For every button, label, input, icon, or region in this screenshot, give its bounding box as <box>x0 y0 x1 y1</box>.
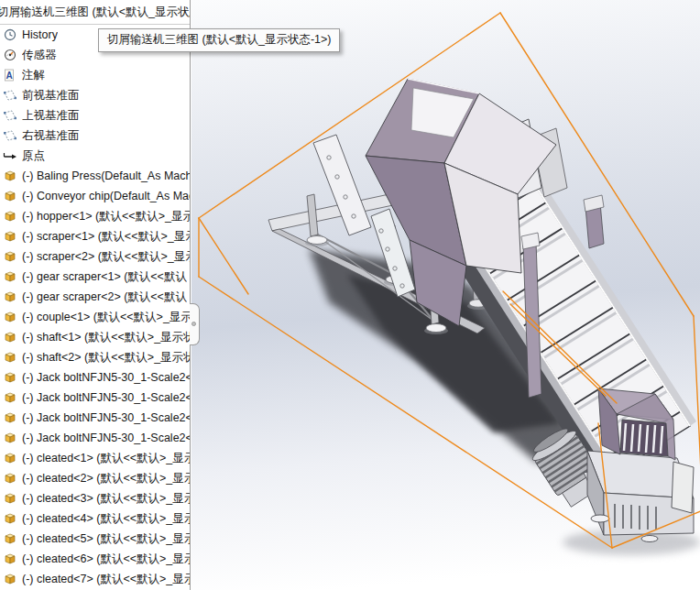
part-icon <box>3 531 17 546</box>
part-icon <box>3 330 17 344</box>
tree-item[interactable]: (-) scraper<2> (默认<<默认>_显示 <box>0 246 190 267</box>
conveyor-assembly-render <box>191 0 700 590</box>
part-icon <box>3 269 17 284</box>
panel-splitter-handle[interactable] <box>190 303 200 345</box>
part-icon <box>3 189 17 203</box>
tree-item-label: (-) Baling Press(Default_As Machi <box>22 169 190 182</box>
tree-root-item[interactable]: 切屑输送机三维图 (默认<默认_显示状态 <box>0 0 190 25</box>
tooltip: 切屑输送机三维图 (默认<默认_显示状态-1>) <box>98 28 340 52</box>
tree-item-label: (-) cleated<6> (默认<<默认>_显示 <box>22 552 190 567</box>
tree-item[interactable]: 前视基准面 <box>0 85 190 105</box>
part-icon <box>3 390 17 405</box>
svg-text:A: A <box>6 71 13 81</box>
plane-icon <box>3 88 17 103</box>
tree-item-label: (-) shaft<1> (默认<<默认>_显示状 <box>22 330 190 345</box>
tree-item[interactable]: (-) Jack boltNFJN5-30_1-Scale2< <box>0 388 190 408</box>
part-icon <box>3 471 17 486</box>
tree-item-label: (-) Jack boltNFJN5-30_1-Scale2< <box>22 411 190 424</box>
tree-item[interactable]: (-) cleated<4> (默认<<默认>_显示 <box>0 508 190 529</box>
tree-item-label: 前视基准面 <box>22 88 80 104</box>
tree-item-label: (-) couple<1> (默认<<默认>_显示 <box>22 310 190 325</box>
tree-item-label: (-) hopper<1> (默认<<默认>_显示 <box>22 209 190 224</box>
plane-icon <box>3 108 17 123</box>
tree-item[interactable]: 右视基准面 <box>0 126 190 146</box>
origin-icon <box>3 148 17 163</box>
tree-item-label: 右视基准面 <box>22 128 80 144</box>
part-icon <box>3 310 17 324</box>
tree-item-label: (-) cleated<3> (默认<<默认>_显示 <box>22 491 190 507</box>
annotation-icon: A <box>3 68 17 82</box>
part-icon <box>3 552 17 566</box>
tree-item-label: (-) scraper<1> (默认<<默认>_显示 <box>22 229 190 245</box>
part-icon <box>3 572 17 586</box>
tree-item[interactable]: (-) hopper<1> (默认<<默认>_显示 <box>0 206 190 226</box>
tree-item-label: (-) gear scraper<2> (默认<<默认 <box>22 290 187 305</box>
tree-item[interactable]: 上视基准面 <box>0 105 190 126</box>
part-icon <box>3 410 17 425</box>
tree-item[interactable]: (-) scraper<1> (默认<<默认>_显示 <box>0 226 190 246</box>
plane-icon <box>3 128 17 143</box>
tree-item-label: 注解 <box>22 68 45 83</box>
tree-item-label: (-) gear scraper<1> (默认<<默认 <box>22 269 187 285</box>
tree-item-label: (-) cleated<5> (默认<<默认>_显示 <box>22 531 190 547</box>
tree-item[interactable]: (-) Baling Press(Default_As Machi <box>0 166 190 186</box>
tree-item-label: (-) cleated<2> (默认<<默认>_显示 <box>22 471 190 486</box>
tree-item-label: (-) Jack boltNFJN5-30_1-Scale2< <box>22 371 190 384</box>
tree-item[interactable]: (-) Conveyor chip(Default_As Mac <box>0 186 190 206</box>
part-icon <box>3 209 17 224</box>
tree-item-label: History <box>22 28 58 41</box>
sensor-icon <box>3 48 17 62</box>
solidworks-window: 切屑输送机三维图 (默认<默认_显示状态 History传感器A注解前视基准面上… <box>0 0 700 590</box>
tree-item[interactable]: (-) cleated<3> (默认<<默认>_显示 <box>0 488 190 508</box>
tree-item-label: (-) Conveyor chip(Default_As Mac <box>22 190 190 202</box>
part-icon <box>3 350 17 365</box>
feature-tree-panel[interactable]: 切屑输送机三维图 (默认<默认_显示状态 History传感器A注解前视基准面上… <box>0 0 191 590</box>
tree-item[interactable]: (-) shaft<1> (默认<<默认>_显示状 <box>0 327 190 347</box>
tree-item-label: (-) Jack boltNFJN5-30_1-Scale2< <box>22 432 190 444</box>
tree-item[interactable]: (-) gear scraper<1> (默认<<默认 <box>0 267 190 287</box>
tree-item[interactable]: (-) shaft<2> (默认<<默认>_显示状 <box>0 347 190 367</box>
tree-item[interactable]: (-) cleated<2> (默认<<默认>_显示 <box>0 468 190 488</box>
tree-item-label: 传感器 <box>22 48 57 63</box>
part-icon <box>3 511 17 526</box>
tree-item-label: 原点 <box>22 148 45 164</box>
tree-item[interactable]: (-) cleated<7> (默认<<默认>_显示 <box>0 569 190 589</box>
tree-item-label: (-) cleated<1> (默认<<默认>_显示 <box>22 451 190 466</box>
tree-item[interactable]: 原点 <box>0 146 190 166</box>
part-icon <box>3 229 17 244</box>
tree-item[interactable]: (-) Jack boltNFJN5-30_1-Scale2< <box>0 428 190 448</box>
part-icon <box>3 491 17 506</box>
tree-item-label: (-) Jack boltNFJN5-30_1-Scale2< <box>22 391 190 404</box>
tree-rows: History传感器A注解前视基准面上视基准面右视基准面原点(-) Baling… <box>0 25 190 589</box>
part-icon <box>3 249 17 264</box>
tree-item[interactable]: (-) cleated<6> (默认<<默认>_显示 <box>0 549 190 569</box>
tree-item[interactable]: (-) couple<1> (默认<<默认>_显示 <box>0 307 190 327</box>
part-icon <box>3 431 17 445</box>
tree-item[interactable]: (-) Jack boltNFJN5-30_1-Scale2< <box>0 408 190 428</box>
tree-item[interactable]: (-) cleated<1> (默认<<默认>_显示 <box>0 448 190 468</box>
tree-item-label: (-) cleated<7> (默认<<默认>_显示 <box>22 572 190 587</box>
tree-item-label: (-) cleated<4> (默认<<默认>_显示 <box>22 511 190 527</box>
tree-item-label: (-) scraper<2> (默认<<默认>_显示 <box>22 249 190 265</box>
tree-item[interactable]: (-) Jack boltNFJN5-30_1-Scale2< <box>0 367 190 388</box>
tree-item-label: 上视基准面 <box>22 108 80 124</box>
part-icon <box>3 169 17 183</box>
part-icon <box>3 451 17 465</box>
viewport-3d[interactable] <box>191 0 700 590</box>
history-icon <box>3 27 17 42</box>
part-icon <box>3 370 17 385</box>
tree-item[interactable]: A注解 <box>0 65 190 85</box>
splitter-dot-icon <box>191 322 196 326</box>
tree-item[interactable]: (-) cleated<5> (默认<<默认>_显示 <box>0 529 190 549</box>
tree-item[interactable]: (-) gear scraper<2> (默认<<默认 <box>0 287 190 307</box>
part-icon <box>3 290 17 304</box>
tree-item-label: (-) shaft<2> (默认<<默认>_显示状 <box>22 350 190 366</box>
